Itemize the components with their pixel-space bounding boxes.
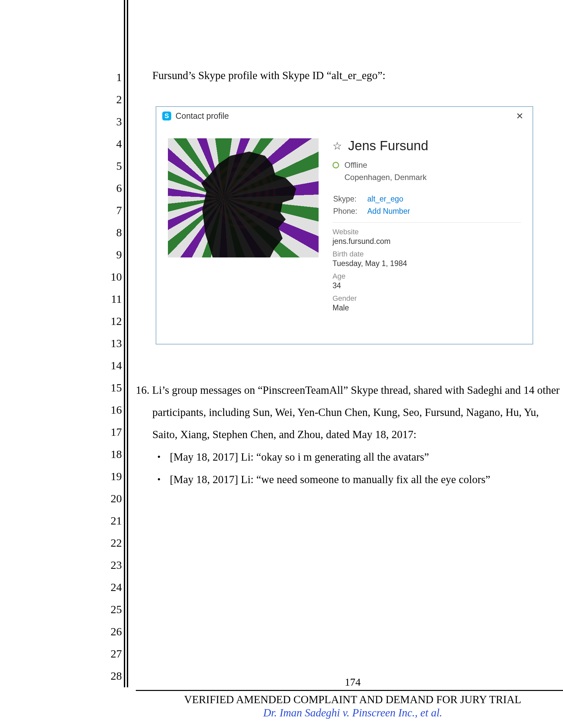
line-number: 19 — [93, 465, 122, 487]
gender-value: Male — [333, 303, 521, 312]
phone-label: Phone: — [333, 207, 361, 216]
line-number: 25 — [93, 598, 122, 620]
line-number: 26 — [93, 620, 122, 643]
skype-contact-profile-window: S Contact profile ✕ ☆ Jens Fursund — [156, 106, 533, 344]
bullet-icon: • — [157, 470, 161, 489]
line-number: 3 — [93, 111, 122, 133]
intro-text: Fursund’s Skype profile with Skype ID “a… — [152, 66, 563, 85]
line-number: 1 — [93, 66, 122, 88]
phone-row: Phone: Add Number — [333, 207, 521, 216]
line-number: 4 — [93, 133, 122, 155]
list-item: • [May 18, 2017] Li: “we need someone to… — [157, 470, 563, 489]
status-row: Offline — [333, 160, 521, 170]
line-number: 18 — [93, 443, 122, 465]
line-number: 15 — [93, 377, 122, 399]
line-number: 21 — [93, 510, 122, 532]
birthdate-value: Tuesday, May 1, 1984 — [333, 259, 521, 268]
line-number: 10 — [93, 266, 122, 288]
page-number: 174 — [136, 676, 563, 688]
margin-rule-inner — [127, 0, 128, 687]
website-label: Website — [333, 228, 521, 236]
line-number: 14 — [93, 354, 122, 377]
skype-id-row: Skype: alt_er_ego — [333, 195, 521, 204]
contact-name: Jens Fursund — [348, 138, 428, 153]
close-icon[interactable]: ✕ — [513, 110, 527, 122]
legal-page: 1 2 3 4 5 6 7 8 9 10 11 12 13 14 15 16 1… — [43, 0, 533, 728]
item-16-line2: participants, including Sun, Wei, Yen-Ch… — [152, 401, 563, 424]
skype-logo-letter: S — [164, 112, 169, 120]
info-column: ☆ Jens Fursund Offline Copenhagen, Denma… — [325, 138, 521, 312]
line-number: 2 — [93, 88, 122, 111]
line-number: 16 — [93, 399, 122, 421]
line-number: 11 — [93, 288, 122, 310]
skype-id-link[interactable]: alt_er_ego — [367, 195, 403, 204]
status-text: Offline — [345, 160, 367, 170]
bullet-text: [May 18, 2017] Li: “we need someone to m… — [170, 470, 491, 489]
line-number: 6 — [93, 177, 122, 199]
skype-logo-icon: S — [162, 112, 171, 120]
age-value: 34 — [333, 281, 521, 290]
line-number: 9 — [93, 244, 122, 266]
gender-label: Gender — [333, 294, 521, 303]
line-number: 23 — [93, 554, 122, 576]
name-row: ☆ Jens Fursund — [333, 138, 521, 153]
page-content: Fursund’s Skype profile with Skype ID “a… — [136, 66, 563, 492]
bullet-list: • [May 18, 2017] Li: “okay so i m genera… — [157, 447, 563, 489]
line-number: 27 — [93, 643, 122, 665]
location-text: Copenhagen, Denmark — [345, 173, 521, 182]
skype-window-titlebar: S Contact profile ✕ — [156, 107, 533, 125]
line-number: 17 — [93, 421, 122, 443]
age-label: Age — [333, 272, 521, 281]
profile-avatar-image[interactable] — [168, 138, 319, 257]
avatar-column — [168, 138, 325, 312]
footer-rule — [136, 690, 563, 691]
line-number: 12 — [93, 310, 122, 332]
page-footer: 174 VERIFIED AMENDED COMPLAINT AND DEMAN… — [136, 676, 563, 719]
add-number-link[interactable]: Add Number — [367, 207, 410, 216]
line-number: 24 — [93, 576, 122, 598]
bullet-icon: • — [157, 447, 161, 467]
numbered-item-16: 16. Li’s group messages on “PinscreenTea… — [136, 379, 563, 489]
skype-body: ☆ Jens Fursund Offline Copenhagen, Denma… — [156, 125, 533, 321]
website-value: jens.fursund.com — [333, 237, 521, 246]
item-16-line3: Saito, Xiang, Stephen Chen, and Zhou, da… — [152, 424, 563, 446]
skype-window-title: Contact profile — [175, 111, 513, 121]
line-numbers: 1 2 3 4 5 6 7 8 9 10 11 12 13 14 15 16 1… — [93, 66, 122, 687]
divider — [333, 222, 521, 223]
line-number: 7 — [93, 199, 122, 221]
birthdate-label: Birth date — [333, 250, 521, 258]
skype-id-label: Skype: — [333, 195, 361, 204]
item-16-line1: 16. Li’s group messages on “PinscreenTea… — [153, 379, 563, 401]
line-number: 28 — [93, 665, 122, 687]
line-number: 13 — [93, 332, 122, 354]
footer-case-name: Dr. Iman Sadeghi v. Pinscreen Inc., et a… — [136, 707, 563, 719]
favorite-star-icon[interactable]: ☆ — [333, 140, 342, 152]
bullet-text: [May 18, 2017] Li: “okay so i m generati… — [170, 447, 429, 467]
line-number: 5 — [93, 155, 122, 177]
footer-title: VERIFIED AMENDED COMPLAINT AND DEMAND FO… — [136, 694, 563, 706]
list-item: • [May 18, 2017] Li: “okay so i m genera… — [157, 447, 563, 467]
line-number: 22 — [93, 532, 122, 554]
line-number: 8 — [93, 221, 122, 244]
line-number: 20 — [93, 487, 122, 510]
presence-offline-icon — [333, 162, 339, 168]
margin-rule-outer — [124, 0, 125, 687]
